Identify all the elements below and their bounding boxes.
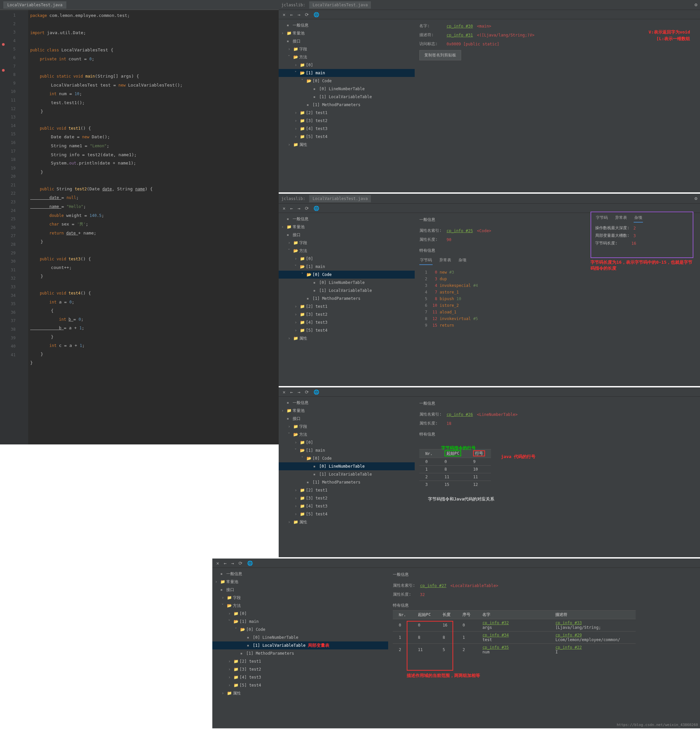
tree-item[interactable]: ›📁常量池 [279, 407, 415, 415]
tree-item[interactable]: ▪[1] LocalVariableTable [279, 93, 415, 101]
tree-item[interactable]: ▪[0] LineNumberTable [279, 279, 415, 286]
refresh-icon[interactable]: ⟳ [238, 561, 243, 566]
breakpoint-icon[interactable] [2, 69, 4, 72]
tree-item[interactable]: ›📁常量池 [212, 578, 388, 586]
tree-item[interactable]: ›📁[3] test2 [279, 494, 415, 502]
jc-file-tab[interactable]: LocalVariablesTest.java [309, 195, 371, 202]
tree-item[interactable]: ›📁[3] test2 [212, 665, 388, 673]
tree-item[interactable]: ›📁[2] test1 [279, 109, 415, 117]
forward-icon[interactable]: → [298, 12, 300, 17]
back-icon[interactable]: ← [290, 12, 293, 17]
attr-idx-link[interactable]: cp_info #26 [447, 412, 473, 417]
tree-item[interactable]: ˅📂方法 [279, 247, 415, 255]
close-icon[interactable]: ✕ [283, 12, 285, 17]
tab-bytecode[interactable]: 字节码 [595, 213, 609, 222]
tree-item[interactable]: ›📁字段 [279, 423, 415, 430]
back-icon[interactable]: ← [290, 206, 293, 211]
tree-item[interactable]: ›📁[5] test4 [279, 133, 415, 141]
tab-exception[interactable]: 异常表 [439, 256, 452, 265]
tree-item[interactable]: ˅📂[0] Code [279, 271, 415, 279]
tree-item[interactable]: ›📁属性 [279, 518, 415, 526]
tree-item[interactable]: ›📁[0] [279, 439, 415, 446]
tree-item[interactable]: ›📁[5] test4 [212, 681, 388, 689]
tree-item[interactable]: ▪[0] LineNumberTable [279, 85, 415, 93]
table-row[interactable]: 31512 [419, 481, 491, 489]
tree-item[interactable]: ›📁字段 [279, 239, 415, 247]
tree-item[interactable]: ▪接口 [279, 37, 415, 45]
tree-item[interactable]: ▪[1] MethodParameters [279, 295, 415, 302]
forward-icon[interactable]: → [231, 561, 234, 566]
tab-bytecode[interactable]: 字节码 [419, 256, 433, 265]
tree-item[interactable]: ▪[1] MethodParameters [279, 101, 415, 109]
tree-item[interactable]: ▪接口 [212, 586, 388, 594]
tree-item[interactable]: ˅📂方法 [212, 602, 388, 610]
refresh-icon[interactable]: ⟳ [305, 389, 309, 395]
close-icon[interactable]: ✕ [283, 389, 285, 395]
forward-icon[interactable]: → [298, 389, 300, 395]
refresh-icon[interactable]: ⟳ [305, 12, 309, 17]
tree-item[interactable]: ›📁[3] test2 [279, 311, 415, 318]
forward-icon[interactable]: → [298, 206, 300, 211]
table-row[interactable]: 009 [419, 458, 491, 466]
tab-misc[interactable]: 杂项 [634, 213, 643, 222]
tree-item[interactable]: ▪一般信息 [279, 21, 415, 29]
tree-item[interactable]: ▪[1] LocalVariableTable 局部变量表 [212, 642, 388, 649]
copy-signature-button[interactable]: 复制签名到剪贴板 [419, 50, 461, 60]
tree-item[interactable]: ▪[0] LineNumberTable [212, 633, 388, 642]
tree-item[interactable]: ›📁常量池 [279, 29, 415, 37]
tree-item[interactable]: ˅📂[0] Code [279, 77, 415, 85]
table-row[interactable]: 21111 [419, 473, 491, 481]
tree-item[interactable]: ›📁[4] test3 [279, 502, 415, 510]
name-link[interactable]: cp_info #30 [447, 24, 473, 29]
table-row[interactable]: 1810 [419, 466, 491, 473]
tree-item[interactable]: ˅📂方法 [279, 53, 415, 61]
code-content[interactable]: package com.lemon.employee.common.test; … [28, 10, 279, 444]
tree-item[interactable]: ›📁[4] test3 [279, 318, 415, 326]
globe-icon[interactable]: 🌐 [314, 12, 319, 17]
tree-item[interactable]: ▪一般信息 [279, 215, 415, 223]
tree-item[interactable]: ▪[0] LineNumberTable [279, 462, 415, 470]
tree-item[interactable]: ▪一般信息 [279, 399, 415, 407]
tree-item[interactable]: ›📁字段 [212, 594, 388, 602]
jc-tree[interactable]: ▪一般信息›📁常量池▪接口›📁字段˅📂方法›📁[0] ˅📂[1] main˅📂[… [279, 19, 415, 192]
tree-item[interactable]: ▪接口 [279, 415, 415, 423]
tree-item[interactable]: ›📁[0] [212, 610, 388, 617]
tree-item[interactable]: ›📁[0] [279, 255, 415, 263]
close-icon[interactable]: ✕ [283, 206, 285, 211]
tree-item[interactable]: ˅📂[1] main [279, 263, 415, 271]
tree-item[interactable]: ›📁[5] test4 [279, 326, 415, 334]
jc-tree[interactable]: ▪一般信息›📁常量池▪接口›📁字段˅📂方法›📁[0] ˅📂[1] main˅📂[… [279, 213, 415, 386]
tree-item[interactable]: ›📁[2] test1 [279, 486, 415, 494]
tree-item[interactable]: ˅📂方法 [279, 430, 415, 439]
tree-item[interactable]: ›📁属性 [279, 141, 415, 148]
globe-icon[interactable]: 🌐 [314, 206, 319, 211]
tree-item[interactable]: ›📁常量池 [279, 223, 415, 231]
back-icon[interactable]: ← [224, 561, 226, 566]
gear-icon[interactable]: ⚙ [695, 2, 697, 7]
refresh-icon[interactable]: ⟳ [305, 206, 309, 211]
tree-item[interactable]: ˅📂[1] main [279, 69, 415, 77]
tree-item[interactable]: ▪接口 [279, 231, 415, 239]
tree-item[interactable]: ›📁字段 [279, 45, 415, 53]
tree-item[interactable]: ›📁[4] test3 [279, 125, 415, 133]
breakpoint-icon[interactable] [2, 43, 4, 46]
gear-icon[interactable]: ⚙ [695, 196, 697, 201]
tree-item[interactable]: ▪[1] MethodParameters [212, 649, 388, 657]
globe-icon[interactable]: 🌐 [247, 561, 253, 566]
tree-item[interactable]: ›📁[2] test1 [212, 657, 388, 665]
tree-item[interactable]: ▪[1] MethodParameters [279, 478, 415, 486]
jc-file-tab[interactable]: LocalVariablesTest.java [309, 1, 371, 9]
globe-icon[interactable]: 🌐 [314, 389, 319, 395]
tree-item[interactable]: ›📁属性 [279, 334, 415, 342]
tree-item[interactable]: ˅📂[0] Code [212, 626, 388, 633]
attr-idx-link[interactable]: cp_info #27 [420, 584, 446, 588]
tree-item[interactable]: ›📁属性 [212, 689, 388, 697]
tree-item[interactable]: ˅📂[1] main [212, 617, 388, 626]
tree-item[interactable]: ▪一般信息 [212, 570, 388, 578]
tree-item[interactable]: ›📁[5] test4 [279, 510, 415, 518]
tab-exception[interactable]: 异常表 [614, 213, 628, 222]
bytecode-list[interactable]: 10 new #3 23 dup 34 invokespecial #4 47 … [419, 269, 696, 329]
tree-item[interactable]: ›📁[3] test2 [279, 117, 415, 125]
close-icon[interactable]: ✕ [216, 561, 219, 566]
tree-item[interactable]: ˅📂[1] main [279, 446, 415, 455]
